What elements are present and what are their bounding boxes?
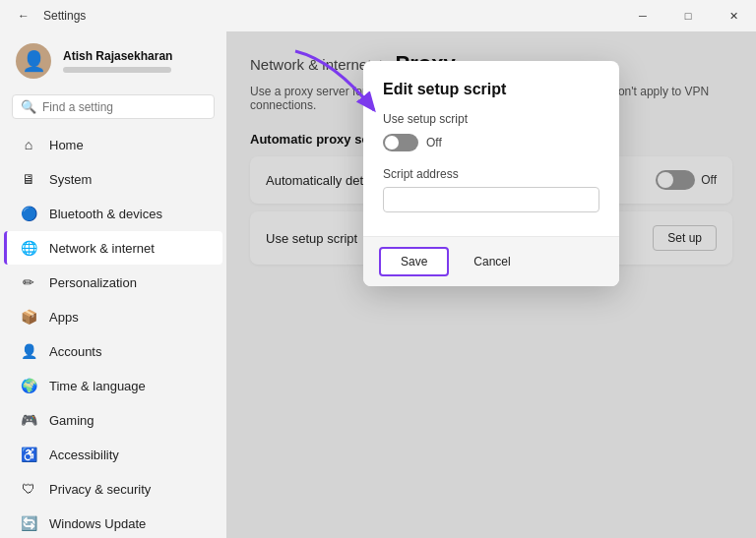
script-address-label: Script address xyxy=(383,167,599,181)
sidebar-item-personalization[interactable]: ✏ Personalization xyxy=(4,266,222,299)
sidebar: 👤 Atish Rajasekharan 🔍 ⌂ Home 🖥 System 🔵… xyxy=(0,31,226,538)
dialog-footer: Save Cancel xyxy=(363,236,619,286)
sidebar-item-apps[interactable]: 📦 Apps xyxy=(4,300,222,333)
search-box[interactable]: 🔍 xyxy=(12,94,215,119)
accessibility-icon: ♿ xyxy=(20,446,37,463)
sidebar-item-label: System xyxy=(49,172,92,187)
dialog-title: Edit setup script xyxy=(383,81,599,98)
sidebar-item-label: Home xyxy=(49,138,84,152)
app-body: 👤 Atish Rajasekharan 🔍 ⌂ Home 🖥 System 🔵… xyxy=(0,31,756,538)
sidebar-item-label: Personalization xyxy=(49,275,137,290)
main-content: Network & internet > Proxy Use a proxy s… xyxy=(226,31,756,538)
script-address-input[interactable] xyxy=(383,187,599,212)
minimize-button[interactable]: ─ xyxy=(620,0,665,31)
back-button[interactable]: ← xyxy=(12,4,35,28)
sidebar-item-system[interactable]: 🖥 System xyxy=(4,162,222,196)
edit-setup-dialog: Edit setup script Use setup script Off S… xyxy=(363,61,619,286)
username: Atish Rajasekharan xyxy=(63,49,172,63)
home-icon: ⌂ xyxy=(20,136,37,153)
sidebar-item-network[interactable]: 🌐 Network & internet xyxy=(4,231,222,265)
save-button[interactable]: Save xyxy=(379,247,449,276)
sidebar-item-label: Network & internet xyxy=(49,241,155,256)
apps-icon: 📦 xyxy=(20,308,37,326)
user-info: Atish Rajasekharan xyxy=(63,49,172,73)
modal-overlay[interactable]: Edit setup script Use setup script Off S… xyxy=(226,31,756,538)
cancel-button[interactable]: Cancel xyxy=(457,248,527,275)
dialog-toggle-label: Off xyxy=(426,136,442,149)
sidebar-nav: ⌂ Home 🖥 System 🔵 Bluetooth & devices 🌐 … xyxy=(0,127,226,538)
avatar: 👤 xyxy=(16,43,51,79)
dialog-body: Edit setup script Use setup script Off S… xyxy=(363,61,619,236)
sidebar-item-label: Windows Update xyxy=(49,516,146,531)
close-button[interactable]: ✕ xyxy=(711,0,756,31)
gaming-icon: 🎮 xyxy=(20,411,37,429)
sidebar-item-time[interactable]: 🌍 Time & language xyxy=(4,369,222,402)
sidebar-item-label: Time & language xyxy=(49,379,146,393)
accounts-icon: 👤 xyxy=(20,342,37,360)
sidebar-item-label: Privacy & security xyxy=(49,482,151,497)
sidebar-item-bluetooth[interactable]: 🔵 Bluetooth & devices xyxy=(4,197,222,230)
sidebar-item-label: Accounts xyxy=(49,344,101,359)
sidebar-item-privacy[interactable]: 🛡 Privacy & security xyxy=(4,472,222,506)
sidebar-item-home[interactable]: ⌂ Home xyxy=(4,128,222,161)
network-icon: 🌐 xyxy=(20,239,37,257)
window-controls: ─ □ ✕ xyxy=(620,0,756,31)
maximize-button[interactable]: □ xyxy=(665,0,711,31)
sidebar-item-accounts[interactable]: 👤 Accounts xyxy=(4,334,222,368)
search-input[interactable] xyxy=(42,100,206,114)
search-icon: 🔍 xyxy=(21,99,36,114)
dialog-toggle[interactable] xyxy=(383,134,418,151)
sidebar-item-update[interactable]: 🔄 Windows Update xyxy=(4,507,222,538)
privacy-icon: 🛡 xyxy=(20,480,37,498)
sidebar-item-label: Accessibility xyxy=(49,448,119,462)
titlebar-title: Settings xyxy=(43,9,86,23)
system-icon: 🖥 xyxy=(20,170,37,188)
user-profile[interactable]: 👤 Atish Rajasekharan xyxy=(0,31,226,90)
user-subtitle xyxy=(63,67,171,73)
sidebar-item-label: Bluetooth & devices xyxy=(49,207,162,221)
time-icon: 🌍 xyxy=(20,377,37,394)
dialog-toggle-row: Off xyxy=(383,134,599,151)
sidebar-item-gaming[interactable]: 🎮 Gaming xyxy=(4,403,222,437)
use-script-label: Use setup script xyxy=(383,112,599,126)
titlebar: ← Settings ─ □ ✕ xyxy=(0,0,756,31)
personalization-icon: ✏ xyxy=(20,273,37,291)
sidebar-item-accessibility[interactable]: ♿ Accessibility xyxy=(4,438,222,471)
sidebar-item-label: Apps xyxy=(49,310,79,325)
sidebar-item-label: Gaming xyxy=(49,413,94,428)
dialog-toggle-thumb xyxy=(385,136,399,149)
bluetooth-icon: 🔵 xyxy=(20,205,37,222)
update-icon: 🔄 xyxy=(20,514,37,532)
